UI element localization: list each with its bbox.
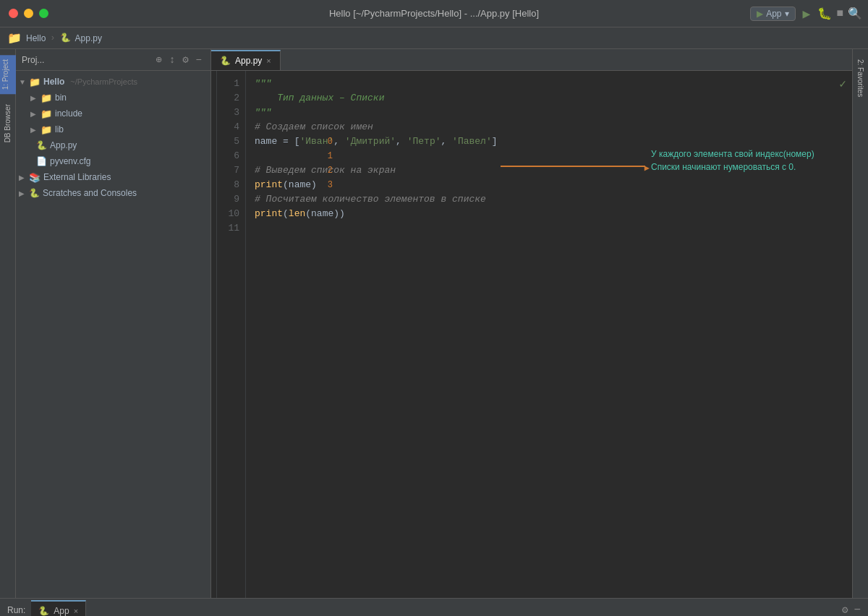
panel-scroll-icon[interactable]: ↕ bbox=[166, 53, 178, 67]
code-paren-close-2: ) bbox=[333, 207, 339, 221]
tree-label-scratches: Scratches and Consoles bbox=[43, 188, 137, 198]
line-num-4: 4 bbox=[217, 120, 239, 134]
checkmark-icon: ✓ bbox=[839, 78, 846, 91]
tree-item-ext-libs[interactable]: ▶ 📚 External Libraries bbox=[16, 169, 210, 185]
code-content[interactable]: """ Тип данных – Списки """ # Создаем сп… bbox=[246, 71, 852, 598]
tree-item-bin[interactable]: ▶ 📁 bin bbox=[16, 90, 210, 106]
close-button[interactable] bbox=[9, 9, 18, 18]
code-str-petr: 'Петр' bbox=[407, 134, 441, 149]
code-paren-open-2: ( bbox=[283, 207, 289, 221]
tree-label-include: include bbox=[55, 108, 82, 119]
debug-button[interactable]: 🐛 bbox=[817, 7, 832, 21]
project-panel: Proj... ⊕ ↕ ⚙ − ▼ 📁 Hello ~/PycharmProje… bbox=[16, 49, 211, 598]
tree-arrow-bin: ▶ bbox=[30, 94, 38, 102]
code-comma-3: , bbox=[441, 134, 453, 149]
code-line-11 bbox=[255, 221, 843, 236]
breadcrumb-file-icon: 🐍 bbox=[60, 33, 71, 43]
editor-wrapper: 🐍 App.py × 1 2 3 bbox=[211, 49, 852, 598]
gutter bbox=[211, 71, 217, 598]
panel-add-icon[interactable]: ⊕ bbox=[153, 52, 164, 67]
run-config-dropdown-icon: ▾ bbox=[785, 9, 789, 19]
breadcrumb-project[interactable]: Hello bbox=[26, 33, 46, 43]
run-tab-label: App bbox=[54, 606, 69, 616]
run-config-icon: ▶ bbox=[757, 9, 763, 19]
line-numbers: 1 2 3 4 5 6 7 8 9 10 11 bbox=[217, 71, 246, 598]
tree-item-scratches[interactable]: ▶ 🐍 Scratches and Consoles bbox=[16, 185, 210, 201]
tree-item-pyvenv[interactable]: 📄 pyvenv.cfg bbox=[16, 153, 210, 169]
tree-item-lib[interactable]: ▶ 📁 lib bbox=[16, 121, 210, 137]
run-panel-header: Run: 🐍 App × ⚙ − bbox=[0, 599, 868, 616]
panel-settings-icon[interactable]: ⚙ bbox=[179, 52, 191, 67]
line-num-10: 10 bbox=[217, 207, 239, 221]
code-func-print2: print bbox=[255, 207, 283, 221]
titlebar: Hello [~/PycharmProjects/Hello] - .../Ap… bbox=[0, 0, 868, 27]
code-line-10: print ( len ( name ) ) bbox=[255, 207, 843, 221]
code-line-6: 0 1 2 3 ▶ У каждого элемента свой индекс… bbox=[255, 149, 843, 163]
code-comma-2: , bbox=[396, 134, 407, 149]
project-tree: ▼ 📁 Hello ~/PycharmProjects ▶ 📁 bin ▶ 📁 … bbox=[16, 71, 210, 598]
breadcrumb-file[interactable]: App.py bbox=[75, 33, 102, 43]
run-settings-icon[interactable]: ⚙ bbox=[842, 604, 848, 616]
tree-item-include[interactable]: ▶ 📁 include bbox=[16, 106, 210, 121]
run-tab-icon: 🐍 bbox=[38, 606, 49, 616]
window-title: Hello [~/PycharmProjects/Hello] - .../Ap… bbox=[329, 8, 539, 19]
annotation-arrow-line: ▶ bbox=[501, 166, 645, 167]
panel-title: Proj... bbox=[22, 55, 148, 65]
gutter-mark-4 bbox=[211, 120, 216, 134]
tree-folder-icon-include: 📁 bbox=[41, 108, 52, 119]
panel-icons: ⊕ ↕ ⚙ − bbox=[153, 52, 205, 67]
sidebar-tab-project[interactable]: 1: Project bbox=[0, 55, 16, 94]
tree-item-hello[interactable]: ▼ 📁 Hello ~/PycharmProjects bbox=[16, 74, 210, 90]
tree-label-lib: lib bbox=[55, 124, 64, 134]
tree-cfg-icon: 📄 bbox=[36, 156, 47, 166]
run-minimize-icon[interactable]: − bbox=[854, 604, 861, 617]
sidebar-tab-db[interactable]: DB Browser bbox=[2, 100, 13, 147]
run-button[interactable]: ▶ bbox=[800, 4, 814, 23]
line-num-5: 5 bbox=[217, 134, 239, 149]
gutter-mark-1 bbox=[211, 77, 216, 91]
index-1: 1 bbox=[328, 151, 333, 161]
breadcrumb-project-icon: 📁 bbox=[7, 31, 22, 46]
editor-tab-py-icon: 🐍 bbox=[220, 56, 231, 66]
run-tab-app[interactable]: 🐍 App × bbox=[31, 600, 86, 617]
minimize-button[interactable] bbox=[24, 9, 33, 18]
right-sidebar: 2: Favorites bbox=[852, 49, 868, 598]
line-num-8: 8 bbox=[217, 178, 239, 192]
maximize-button[interactable] bbox=[39, 9, 48, 18]
sidebar-tab-favorites[interactable]: 2: Favorites bbox=[855, 55, 866, 101]
annotation-text: У каждого элемента свой индекс(номер) Сп… bbox=[651, 147, 814, 174]
editor-tab-app-py[interactable]: 🐍 App.py × bbox=[211, 50, 281, 70]
stop-button[interactable]: ■ bbox=[836, 7, 843, 20]
line-num-11: 11 bbox=[217, 221, 239, 236]
annotation-row: ▶ У каждого элемента свой индекс(номер) … bbox=[501, 147, 814, 174]
gutter-mark-5 bbox=[211, 134, 216, 149]
editor-tab-close[interactable]: × bbox=[266, 56, 271, 65]
run-label: Run: bbox=[7, 605, 25, 615]
breadcrumb-separator: › bbox=[50, 33, 55, 43]
line-num-6: 6 bbox=[217, 149, 239, 163]
tree-item-app-py[interactable]: 🐍 App.py bbox=[16, 137, 210, 153]
code-editor[interactable]: 1 2 3 4 5 6 7 8 9 10 11 """ bbox=[211, 71, 852, 598]
tree-icon-ext-libs: 📚 bbox=[29, 172, 41, 183]
tree-py-icon-app: 🐍 bbox=[36, 140, 47, 150]
code-indices: 0 1 2 3 bbox=[255, 106, 395, 207]
tree-arrow-include: ▶ bbox=[30, 110, 38, 118]
code-line-1: """ bbox=[255, 77, 843, 91]
search-toolbar-button[interactable]: 🔍 bbox=[848, 7, 862, 21]
line-num-2: 2 bbox=[217, 91, 239, 106]
tree-arrow-lib: ▶ bbox=[30, 126, 38, 134]
line-num-7: 7 bbox=[217, 163, 239, 178]
tree-label-app-py: App.py bbox=[50, 140, 77, 150]
tree-folder-icon-lib: 📁 bbox=[41, 124, 52, 135]
run-tab-close[interactable]: × bbox=[74, 607, 78, 615]
tree-folder-icon-bin: 📁 bbox=[41, 93, 52, 103]
code-text-1: """ bbox=[255, 77, 271, 91]
run-config-button[interactable]: ▶ App ▾ bbox=[750, 7, 795, 21]
index-0: 0 bbox=[328, 137, 333, 147]
code-line-2: Тип данных – Списки bbox=[255, 91, 843, 106]
code-arg-name2: name bbox=[311, 207, 333, 221]
code-paren-close-3: ) bbox=[339, 207, 345, 221]
line-num-9: 9 bbox=[217, 192, 239, 207]
panel-minimize-icon[interactable]: − bbox=[193, 53, 205, 67]
gutter-mark-3 bbox=[211, 106, 216, 120]
